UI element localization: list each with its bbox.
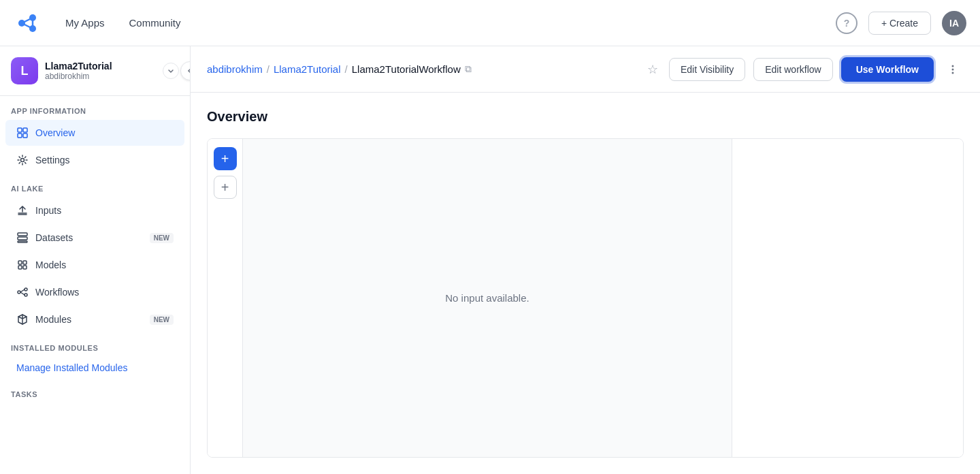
sidebar-item-modules[interactable]: Modules NEW — [5, 306, 184, 332]
sidebar-item-settings[interactable]: Settings — [5, 147, 184, 173]
avatar[interactable]: IA — [942, 11, 966, 35]
logo[interactable] — [14, 10, 41, 37]
breadcrumb-sep-2: / — [345, 63, 348, 75]
settings-label: Settings — [35, 155, 174, 165]
overview-main: No input available. — [243, 139, 732, 457]
overview-right-panel — [732, 139, 963, 457]
svg-rect-8 — [18, 133, 22, 138]
sidebar-item-inputs[interactable]: Inputs — [5, 198, 184, 223]
datasets-badge: NEW — [150, 233, 174, 243]
section-app-info-label: App Information — [0, 96, 190, 119]
overview-toolbar: + + — [208, 139, 243, 457]
sidebar-app-header: L Llama2Tutorial abdibrokhim — [0, 46, 190, 96]
breadcrumb-sep-1: / — [267, 63, 270, 75]
sidebar-item-workflows[interactable]: Workflows — [5, 279, 184, 305]
page-title: Overview — [207, 109, 964, 125]
section-installed-modules-label: Installed Modules — [0, 333, 190, 356]
svg-rect-15 — [23, 261, 27, 264]
use-workflow-button[interactable]: Use Workflow — [841, 57, 934, 82]
edit-workflow-button[interactable]: Edit workflow — [753, 58, 832, 81]
breadcrumb-app[interactable]: Llama2Tutorial — [274, 63, 341, 75]
app-owner: abdibrokhim — [45, 72, 156, 81]
breadcrumb-owner[interactable]: abdibrokhim — [207, 63, 263, 75]
workflows-icon — [16, 286, 29, 298]
sidebar-item-datasets[interactable]: Datasets NEW — [5, 225, 184, 251]
app-name: Llama2Tutorial — [45, 61, 156, 72]
svg-rect-13 — [18, 241, 27, 242]
datasets-icon — [16, 232, 29, 244]
breadcrumb-current: Llama2TutorialWorkflow ⧉ — [352, 63, 472, 75]
more-options-button[interactable] — [942, 59, 964, 80]
content-header: abdibrokhim / Llama2Tutorial / Llama2Tut… — [191, 46, 980, 93]
section-tasks-label: Tasks — [0, 379, 190, 402]
sidebar: L Llama2Tutorial abdibrokhim App Informa… — [0, 46, 191, 474]
svg-rect-12 — [18, 237, 27, 240]
app-info: Llama2Tutorial abdibrokhim — [45, 61, 156, 81]
edit-visibility-button[interactable]: Edit Visibility — [669, 58, 745, 81]
settings-icon — [16, 154, 29, 166]
star-button[interactable]: ☆ — [644, 59, 661, 80]
app-dropdown-toggle[interactable] — [163, 63, 179, 79]
svg-rect-17 — [23, 266, 27, 269]
modules-icon — [16, 313, 29, 326]
nav-community[interactable]: Community — [118, 12, 192, 34]
overview-icon — [16, 127, 29, 139]
svg-point-22 — [952, 68, 954, 70]
sidebar-item-overview[interactable]: Overview — [5, 120, 184, 146]
no-input-message: No input available. — [445, 292, 529, 304]
add-primary-button[interactable]: + — [214, 147, 237, 170]
breadcrumb: abdibrokhim / Llama2Tutorial / Llama2Tut… — [207, 63, 636, 75]
section-ai-lake-label: AI Lake — [0, 174, 190, 197]
models-icon — [16, 259, 29, 271]
modules-label: Modules — [35, 314, 143, 325]
svg-point-23 — [952, 72, 954, 74]
page-content: Overview + + No input available. — [191, 93, 980, 474]
copy-icon[interactable]: ⧉ — [465, 63, 472, 75]
svg-rect-14 — [18, 261, 22, 264]
svg-rect-16 — [18, 266, 22, 269]
models-label: Models — [35, 259, 174, 270]
top-nav: My Apps Community ? + Create IA — [0, 0, 980, 46]
datasets-label: Datasets — [35, 232, 143, 243]
svg-point-21 — [952, 65, 954, 67]
sidebar-collapse-button[interactable] — [180, 61, 191, 80]
create-button[interactable]: + Create — [868, 12, 931, 35]
inputs-icon — [16, 204, 29, 217]
overview-label: Overview — [35, 127, 174, 138]
manage-installed-modules-link[interactable]: Manage Installed Modules — [5, 357, 184, 379]
sidebar-item-models[interactable]: Models — [5, 252, 184, 278]
overview-container: + + No input available. — [207, 138, 964, 458]
svg-rect-7 — [23, 128, 27, 132]
app-icon: L — [11, 57, 38, 84]
svg-rect-6 — [18, 128, 22, 132]
main-layout: L Llama2Tutorial abdibrokhim App Informa… — [0, 46, 980, 474]
svg-rect-9 — [23, 133, 27, 138]
workflows-label: Workflows — [35, 287, 174, 298]
modules-badge: NEW — [150, 315, 174, 325]
inputs-label: Inputs — [35, 205, 174, 216]
nav-my-apps[interactable]: My Apps — [54, 12, 116, 34]
svg-rect-11 — [18, 233, 27, 236]
content: abdibrokhim / Llama2Tutorial / Llama2Tut… — [191, 46, 980, 474]
add-secondary-button[interactable]: + — [214, 176, 237, 199]
svg-point-10 — [21, 159, 24, 162]
help-button[interactable]: ? — [836, 12, 858, 34]
